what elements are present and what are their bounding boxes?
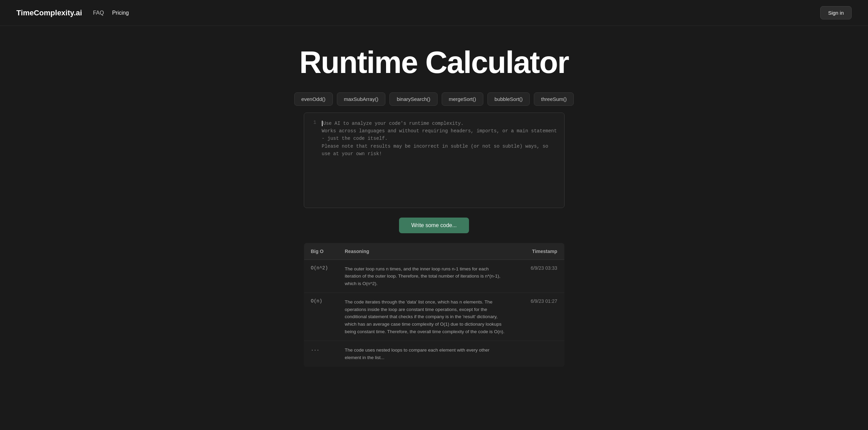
reasoning-value-0: The outer loop runs n times, and the inn… <box>338 260 513 293</box>
big-o-value-2: ... <box>304 341 338 367</box>
table-row: ... The code uses nested loops to compar… <box>304 341 564 367</box>
placeholder-line2: Works across languages and without requi… <box>322 127 557 143</box>
col-big-o: Big O <box>304 243 338 260</box>
col-timestamp: Timestamp <box>513 243 564 260</box>
nav-pricing[interactable]: Pricing <box>112 10 129 16</box>
placeholder-line1: Use AI to analyze your code's runtime co… <box>322 120 557 127</box>
editor-container: 1 Use AI to analyze your code's runtime … <box>287 113 581 208</box>
navbar: TimeComplexity.ai FAQ Pricing Sign in <box>0 0 868 26</box>
editor-placeholder: Use AI to analyze your code's runtime co… <box>322 120 557 158</box>
line-numbers: 1 <box>311 120 316 201</box>
example-tab-4[interactable]: bubbleSort() <box>487 92 530 106</box>
site-logo[interactable]: TimeComplexity.ai <box>16 9 82 17</box>
table-header-row: Big O Reasoning Timestamp <box>304 243 564 260</box>
example-tab-2[interactable]: binarySearch() <box>389 92 437 106</box>
code-editor[interactable]: 1 Use AI to analyze your code's runtime … <box>304 113 565 208</box>
write-btn-container: Write some code... <box>0 208 868 243</box>
hero-section: Runtime Calculator <box>0 26 868 92</box>
example-tab-1[interactable]: maxSubArray() <box>337 92 386 106</box>
timestamp-value-0: 6/9/23 03:33 <box>513 260 564 293</box>
placeholder-line3: Please note that results may be incorrec… <box>322 143 557 158</box>
page-title: Runtime Calculator <box>16 46 852 79</box>
example-tab-5[interactable]: threeSum() <box>534 92 574 106</box>
editor-content-area: Use AI to analyze your code's runtime co… <box>322 120 557 201</box>
write-code-button[interactable]: Write some code... <box>399 218 469 233</box>
sign-in-button[interactable]: Sign in <box>820 6 852 19</box>
big-o-value-0: O(n^2) <box>304 260 338 293</box>
timestamp-value-2 <box>513 341 564 367</box>
nav-links: FAQ Pricing <box>93 10 820 16</box>
timestamp-value-1: 6/9/23 01:27 <box>513 293 564 341</box>
reasoning-value-1: The code iterates through the 'data' lis… <box>338 293 513 341</box>
big-o-value-1: O(n) <box>304 293 338 341</box>
nav-faq[interactable]: FAQ <box>93 10 104 16</box>
example-tabs-container: evenOdd() maxSubArray() binarySearch() m… <box>0 92 868 113</box>
example-tab-3[interactable]: mergeSort() <box>442 92 483 106</box>
reasoning-value-2: The code uses nested loops to compare ea… <box>338 341 513 367</box>
results-container: Big O Reasoning Timestamp O(n^2) The out… <box>287 243 581 388</box>
results-table: Big O Reasoning Timestamp O(n^2) The out… <box>304 243 565 367</box>
col-reasoning: Reasoning <box>338 243 513 260</box>
table-row: O(n^2) The outer loop runs n times, and … <box>304 260 564 293</box>
example-tab-0[interactable]: evenOdd() <box>294 92 333 106</box>
table-row: O(n) The code iterates through the 'data… <box>304 293 564 341</box>
cursor <box>322 121 323 126</box>
